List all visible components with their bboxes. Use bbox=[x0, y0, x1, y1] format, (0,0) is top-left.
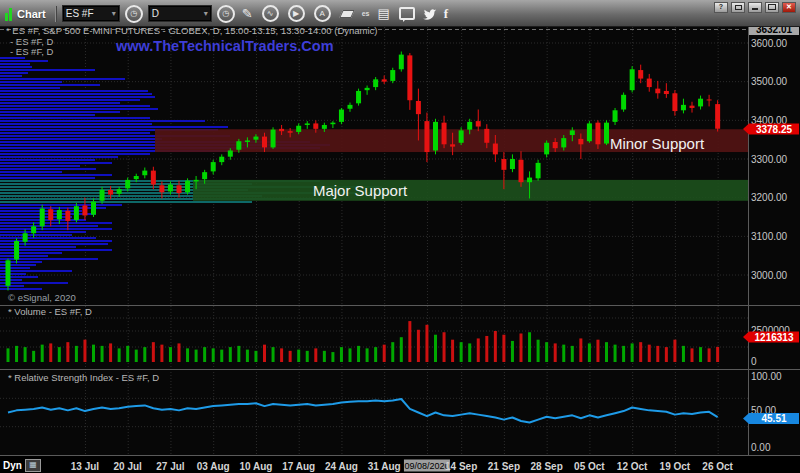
candle-body bbox=[707, 99, 712, 100]
candle-body bbox=[100, 190, 105, 201]
profile-bar bbox=[0, 96, 155, 98]
volume-bar bbox=[263, 345, 266, 362]
esignal-chart-window: 3600.003500.003400.003300.003200.003100.… bbox=[0, 0, 800, 473]
volume-tick-label: 0 bbox=[751, 356, 757, 367]
symbol-history-button[interactable]: ◷ bbox=[125, 5, 143, 23]
date-tick-label: 12 Oct bbox=[617, 461, 648, 472]
volume-bar bbox=[83, 340, 86, 362]
date-tick-label: 05 Oct bbox=[574, 461, 605, 472]
facebook-icon[interactable]: f bbox=[444, 6, 448, 22]
profile-bar bbox=[0, 114, 95, 116]
candle-body bbox=[613, 110, 618, 122]
time-axis[interactable]: 13 Jul20 Jul27 Jul03 Aug10 Aug17 Aug24 A… bbox=[71, 460, 734, 472]
profile-bar bbox=[0, 102, 120, 104]
profile-bar bbox=[0, 156, 118, 158]
candle-body bbox=[271, 130, 276, 148]
date-tick-label: 03 Aug bbox=[197, 461, 230, 472]
volume-bar bbox=[212, 348, 215, 362]
candle-body bbox=[14, 241, 19, 260]
price-tick-label: 3200.00 bbox=[751, 192, 788, 203]
volume-bar bbox=[169, 347, 172, 362]
popout-button[interactable] bbox=[731, 2, 745, 13]
candle-body bbox=[365, 88, 370, 90]
volume-bar bbox=[143, 347, 146, 362]
candle-body bbox=[202, 172, 207, 179]
profile-bar bbox=[0, 174, 112, 176]
rsi-tick-label: 0.00 bbox=[751, 442, 771, 453]
toolbar-separator bbox=[55, 6, 57, 22]
interval-select[interactable]: D ▾ bbox=[148, 5, 212, 22]
candle-body bbox=[501, 159, 506, 170]
candle-body bbox=[194, 180, 199, 182]
candle-body bbox=[219, 157, 224, 162]
volume-bar bbox=[545, 342, 548, 362]
volume-bar bbox=[605, 342, 608, 362]
candle-body bbox=[31, 226, 36, 233]
minor-support-label: Minor Support bbox=[610, 135, 705, 152]
candle-body bbox=[236, 141, 241, 150]
candle-body bbox=[134, 176, 139, 179]
volume-bar bbox=[152, 342, 155, 362]
candle-body bbox=[262, 137, 267, 148]
panels-icon[interactable]: ▤ bbox=[377, 7, 389, 20]
volume-bar bbox=[49, 343, 52, 362]
minimize-button[interactable] bbox=[748, 2, 762, 13]
profile-bar bbox=[0, 126, 228, 128]
candle-body bbox=[416, 101, 421, 114]
volume-bar bbox=[502, 335, 505, 362]
volume-bar bbox=[425, 325, 428, 362]
candle-body bbox=[253, 137, 258, 140]
candle-body bbox=[536, 163, 541, 178]
candle-body bbox=[442, 123, 447, 145]
twitter-icon[interactable] bbox=[422, 8, 437, 20]
rsi-value-badge-text: 45.51 bbox=[761, 413, 786, 424]
symbol-select[interactable]: ES #F ▾ bbox=[62, 5, 120, 22]
candle-body bbox=[117, 189, 122, 194]
price-tick-label: 3100.00 bbox=[751, 231, 788, 242]
interval-history-button[interactable]: ◷ bbox=[217, 5, 235, 23]
volume-bar bbox=[528, 332, 531, 362]
close-button[interactable]: ✕ bbox=[782, 2, 796, 13]
profile-bar bbox=[0, 159, 95, 161]
profile-bar bbox=[0, 60, 48, 62]
date-tick-label: 09/08/2020 bbox=[404, 461, 449, 471]
candle-body bbox=[621, 95, 626, 110]
chart-canvas[interactable]: 3600.003500.003400.003300.003200.003100.… bbox=[0, 0, 800, 473]
maximize-button[interactable] bbox=[765, 2, 779, 13]
major-support-band[interactable] bbox=[193, 180, 748, 201]
chart-toolbar: Chart ES #F ▾ ◷ D ▾ ◷ ✎ ∿ ▶ A es ▤ f bbox=[0, 0, 800, 27]
profile-bar bbox=[0, 213, 96, 215]
profile-bar bbox=[0, 63, 30, 65]
popout-icon bbox=[735, 5, 742, 10]
help-button[interactable]: ? bbox=[714, 2, 728, 13]
chart-mode-icon[interactable]: ▦ bbox=[25, 459, 41, 472]
candle-body bbox=[655, 89, 660, 94]
volume-bar bbox=[383, 345, 386, 362]
profile-bar bbox=[0, 84, 100, 86]
auto-annotation-icon[interactable]: A bbox=[314, 5, 331, 22]
volume-bar bbox=[126, 346, 129, 362]
play-icon[interactable]: ▶ bbox=[288, 5, 305, 22]
profile-bar bbox=[0, 267, 30, 269]
volume-bar bbox=[306, 351, 309, 362]
volume-bar bbox=[229, 347, 232, 362]
profile-bar bbox=[0, 78, 125, 80]
candle-body bbox=[527, 178, 532, 183]
candle-body bbox=[664, 91, 669, 94]
volume-bar bbox=[451, 340, 454, 362]
maximize-icon bbox=[768, 4, 776, 10]
candle-body bbox=[587, 123, 592, 141]
squiggle-draw-icon[interactable]: ∿ bbox=[262, 5, 279, 22]
volume-bar bbox=[357, 346, 360, 362]
profile-bar bbox=[0, 72, 28, 74]
volume-bar bbox=[391, 342, 394, 362]
eraser-icon[interactable] bbox=[339, 10, 355, 18]
candle-body bbox=[228, 151, 233, 157]
volume-bar bbox=[417, 330, 420, 362]
volume-bar bbox=[272, 347, 275, 362]
pencil-icon[interactable]: ✎ bbox=[242, 7, 253, 20]
dynamic-mode-button[interactable]: Dyn bbox=[3, 460, 22, 471]
profile-bar bbox=[0, 153, 150, 155]
chat-icon[interactable] bbox=[399, 7, 415, 20]
chevron-down-icon: ▾ bbox=[112, 9, 116, 18]
